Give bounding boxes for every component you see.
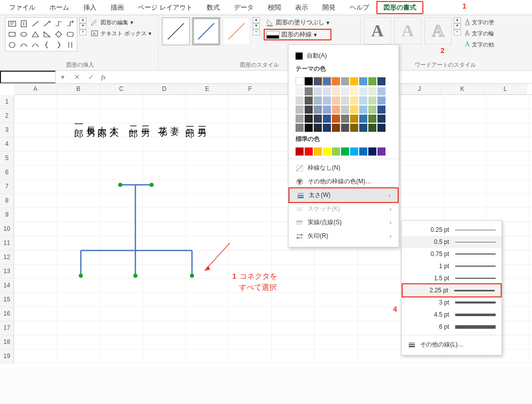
color-swatch[interactable] [377,115,385,123]
color-swatch[interactable] [350,124,358,132]
outline-arrows[interactable]: 矢印(R)› [288,229,399,243]
row-hdr[interactable]: 19 [0,349,14,364]
color-swatch[interactable] [296,124,304,132]
connector-handle[interactable] [79,274,83,278]
row-hdr[interactable]: 15 [0,293,14,307]
wordart-thumb-2[interactable]: A [394,17,421,44]
connector-handle[interactable] [118,183,122,187]
row-hdr[interactable]: 10 [0,222,14,236]
weight-option[interactable]: 0.5 pt [402,236,502,248]
row-hdr[interactable]: 11 [0,236,14,250]
color-swatch[interactable] [368,124,376,132]
row-hdr[interactable]: 2 [0,109,14,123]
color-swatch[interactable] [359,87,367,95]
shape-textbox-v-icon[interactable] [18,19,29,29]
color-swatch[interactable] [350,96,358,105]
row-hdr[interactable]: 18 [0,335,14,349]
color-swatch[interactable] [341,115,349,123]
color-swatch[interactable] [359,106,367,114]
color-swatch[interactable] [332,96,340,105]
col-hdr[interactable]: A [14,84,57,94]
row-hdr[interactable]: 17 [0,321,14,335]
color-swatch[interactable] [305,115,313,123]
tab-developer[interactable]: 開発 [315,1,343,14]
shape-line-icon[interactable] [30,19,41,29]
tab-formulas[interactable]: 数式 [200,1,227,14]
color-swatch[interactable] [350,115,358,123]
shape-gallery-up[interactable]: ▴ [79,17,86,23]
connector-handle[interactable] [190,274,194,278]
outline-dash[interactable]: 実線/点線(S)› [288,216,399,229]
color-swatch[interactable] [296,96,304,105]
color-swatch[interactable] [377,77,385,85]
color-swatch[interactable] [341,124,349,132]
weight-option[interactable]: 4.5 pt [402,309,502,321]
outline-none[interactable]: 枠線なし(N) [288,161,399,175]
outline-more-colors[interactable]: その他の枠線の色(M)… [288,175,399,188]
shape-diamond-icon[interactable] [53,29,64,39]
color-swatch[interactable] [314,115,322,123]
color-swatch[interactable] [377,96,385,105]
color-swatch[interactable] [368,115,376,123]
color-swatch[interactable] [323,77,331,85]
row-hdr[interactable]: 1 [0,95,14,109]
color-swatch[interactable] [368,87,376,95]
wordart-up[interactable]: ▴ [454,17,461,23]
color-swatch[interactable] [332,124,340,132]
shape-gallery[interactable] [5,17,77,52]
wordart-more[interactable]: ▿ [454,29,461,35]
col-hdr[interactable]: E [186,84,229,94]
shape-gallery-down[interactable]: ▾ [79,23,86,29]
color-swatch[interactable] [341,147,349,156]
tab-review[interactable]: 校閲 [261,1,288,14]
edit-shape-button[interactable]: 図形の編集 ▾ [88,17,154,27]
color-swatch[interactable] [305,124,313,132]
col-hdr[interactable]: B [57,84,100,94]
shape-arrow-line-icon[interactable] [41,19,53,29]
color-swatch[interactable] [314,147,322,156]
color-swatch[interactable] [332,87,340,95]
color-swatch[interactable] [332,77,340,85]
color-swatch[interactable] [314,77,322,85]
color-swatch[interactable] [305,106,313,114]
text-outline-button[interactable]: A文字の輪 [463,28,496,38]
weight-option[interactable]: 1.5 pt [402,272,502,284]
shape-elbow-arrow-icon[interactable] [65,19,76,29]
color-swatch[interactable] [350,77,358,85]
shape-arc-icon[interactable] [18,40,29,50]
wordart-down[interactable]: ▾ [454,23,461,29]
color-swatch[interactable] [377,106,385,114]
confirm-icon[interactable]: ✓ [84,73,98,81]
color-swatch[interactable] [359,115,367,123]
row-hdr[interactable]: 4 [0,137,14,152]
shape-brace-l-icon[interactable] [41,40,53,50]
col-hdr[interactable]: D [143,84,186,94]
color-swatch[interactable] [305,96,313,105]
color-swatch[interactable] [350,87,358,95]
namebox-dropdown[interactable]: ▾ [56,73,70,81]
color-swatch[interactable] [296,147,304,156]
row-hdr[interactable]: 8 [0,194,14,208]
row-hdr[interactable]: 16 [0,307,14,321]
color-swatch[interactable] [377,147,385,156]
color-swatch[interactable] [341,77,349,85]
shape-gallery-more[interactable]: ▿ [79,29,86,35]
color-swatch[interactable] [350,106,358,114]
textbox-button[interactable]: Aテキスト ボックス ▾ [88,28,154,38]
color-swatch[interactable] [368,96,376,105]
tab-pagelayout[interactable]: ページ レイアウト [131,1,200,14]
color-swatch[interactable] [332,147,340,156]
color-swatch[interactable] [377,87,385,95]
shape-bracket-icon[interactable] [65,40,76,50]
shape-brace-r-icon[interactable] [53,40,64,50]
shape-textbox-h-icon[interactable] [7,19,18,29]
color-swatch[interactable] [341,96,349,105]
style-thumb-1[interactable] [162,17,190,45]
row-hdr[interactable]: 14 [0,279,14,293]
color-swatch[interactable] [332,106,340,114]
color-swatch[interactable] [305,147,313,156]
weight-option[interactable]: 1 pt [402,260,502,272]
outline-auto[interactable]: 自動(A) [288,49,399,63]
row-hdr[interactable]: 12 [0,250,14,265]
shape-fill-button[interactable]: 図形の塗りつぶし ▾ [264,17,331,28]
